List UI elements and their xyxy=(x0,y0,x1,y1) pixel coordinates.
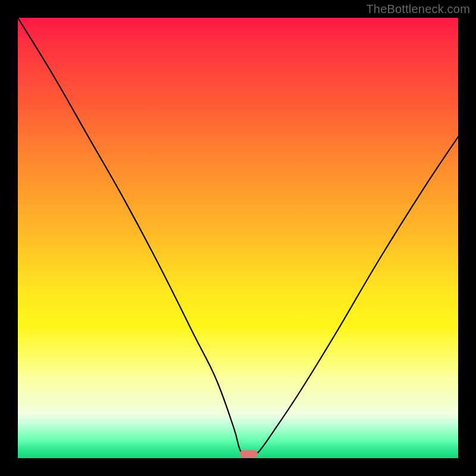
watermark-label: TheBottleneck.com xyxy=(366,2,470,16)
chart-frame: TheBottleneck.com xyxy=(0,0,476,476)
bottleneck-curve xyxy=(18,18,458,458)
plot-area xyxy=(18,18,458,458)
optimal-point-marker xyxy=(240,450,258,458)
